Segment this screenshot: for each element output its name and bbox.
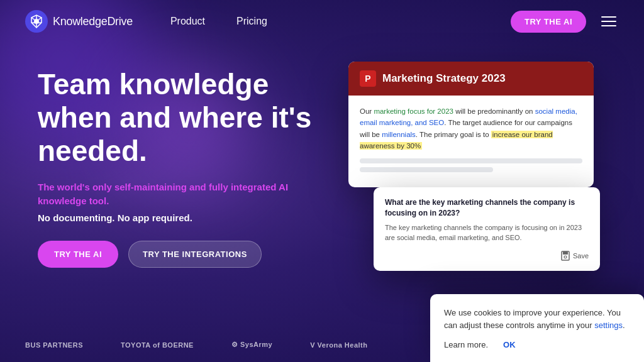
hero-integrations-button[interactable]: TRY THE INTEGRATIONS (128, 241, 262, 268)
save-icon (560, 251, 570, 261)
hero-buttons: TRY THE AI TRY THE INTEGRATIONS (38, 241, 342, 268)
hero-title: Team knowledge when and where it's neede… (38, 68, 327, 168)
svg-line-4 (38, 23, 42, 23)
powerpoint-icon: P (360, 70, 376, 87)
logo-icon (25, 10, 48, 33)
card-line-1 (360, 158, 582, 163)
save-button[interactable]: Save (560, 251, 589, 261)
svg-point-10 (564, 256, 567, 258)
hamburger-line-1 (601, 16, 616, 18)
card-placeholder-lines (360, 158, 582, 172)
card-title: Marketing Strategy 2023 (382, 72, 506, 85)
logo-toyota: TOYOTA of BOERNE (121, 341, 194, 349)
cookie-settings-link[interactable]: settings (594, 321, 623, 330)
nav-pricing[interactable]: Pricing (236, 16, 267, 27)
answer-footer: Save (385, 251, 589, 261)
logo-text: KnowledgeDrive (53, 15, 133, 28)
hero-section: Team knowledge when and where it's neede… (0, 43, 644, 313)
card-body: Our marketing focus for 2023 will be pre… (348, 96, 594, 187)
answer-question: What are the key marketing channels the … (385, 197, 589, 219)
nav-try-ai-button[interactable]: TRY THE AI (511, 11, 586, 33)
logo-sysarmy: ⚙ SysArmy (231, 341, 272, 349)
hero-left: Team knowledge when and where it's neede… (38, 62, 342, 268)
cookie-banner: We use cookies to improve your experienc… (430, 294, 644, 362)
logo[interactable]: KnowledgeDrive (25, 10, 133, 33)
svg-line-6 (31, 23, 35, 23)
answer-card: What are the key marketing channels the … (374, 187, 600, 271)
nav-right: TRY THE AI (511, 11, 619, 33)
card-content: Our marketing focus for 2023 will be pre… (360, 106, 582, 152)
marketing-strategy-card: P Marketing Strategy 2023 Our marketing … (348, 62, 594, 187)
nav-links: Product Pricing (170, 16, 511, 27)
cookie-actions: Learn more. OK (444, 340, 630, 349)
cookie-text: We use cookies to improve your experienc… (444, 307, 630, 331)
hamburger-line-2 (601, 21, 616, 22)
logo-verona: V Verona Health (310, 341, 367, 349)
hero-subtitle2: No documenting. No app required. (38, 212, 342, 223)
answer-text: The key marketing channels the company i… (385, 222, 589, 243)
hero-try-ai-button[interactable]: TRY THE AI (38, 241, 118, 268)
hero-right: P Marketing Strategy 2023 Our marketing … (342, 62, 606, 313)
logo-bus-partners: BUS PARTNERS (25, 341, 83, 349)
hero-subtitle: The world's only self-maintaining and fu… (38, 180, 289, 209)
learn-more-link[interactable]: Learn more. (444, 340, 488, 349)
navbar: KnowledgeDrive Product Pricing TRY THE A… (0, 0, 644, 43)
hamburger-line-3 (601, 25, 616, 26)
svg-rect-9 (563, 251, 568, 255)
logos-bar: BUS PARTNERS TOYOTA of BOERNE ⚙ SysArmy … (0, 327, 430, 362)
card-line-2 (360, 167, 493, 172)
ok-button[interactable]: OK (503, 340, 516, 349)
card-header: P Marketing Strategy 2023 (348, 62, 594, 96)
hamburger-menu[interactable] (599, 14, 619, 29)
nav-product[interactable]: Product (170, 16, 205, 27)
